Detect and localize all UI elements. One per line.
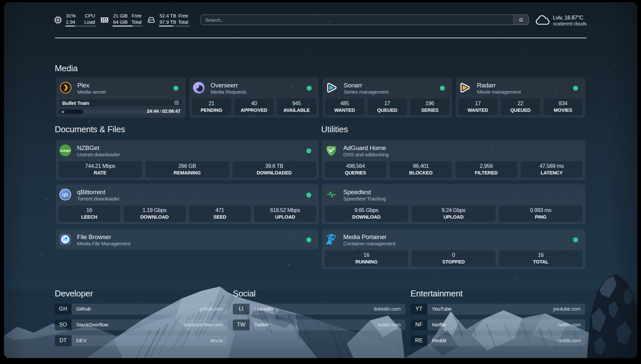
svg-text:qb: qb xyxy=(62,192,68,198)
svg-text:nzbget: nzbget xyxy=(60,149,71,152)
